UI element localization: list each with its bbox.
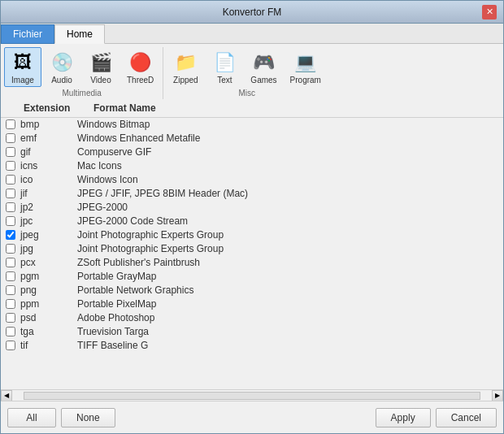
ribbon-group-misc: 📁 Zipped 📄 Text 🎮 Games 💻 Program [163,47,330,99]
text-icon: 📄 [211,50,237,76]
ribbon-btn-games[interactable]: 🎮 Games [245,47,282,87]
row-checkbox[interactable] [6,244,15,254]
row-checkbox-wrapper[interactable] [1,175,17,184]
row-format-name: TIFF Baseline G [74,340,503,351]
row-checkbox[interactable] [6,230,15,240]
ribbon-btn-threed[interactable]: 🔴 ThreeD [121,47,159,87]
row-format-name: Portable Network Graphics [74,284,503,296]
row-checkbox[interactable] [6,299,15,309]
row-checkbox[interactable] [6,202,15,212]
row-checkbox-wrapper[interactable] [1,341,17,350]
table-row[interactable]: emf Windows Enhanced Metafile [1,132,503,145]
row-checkbox[interactable] [6,216,15,226]
row-checkbox-wrapper[interactable] [1,244,17,254]
table-row[interactable]: ico Windows Icon [1,173,503,187]
row-format-name: Portable PixelMap [74,298,503,310]
row-checkbox[interactable] [6,175,15,184]
video-label: Video [90,76,111,85]
table-row[interactable]: jif JPEG / JFIF, JPEG 8BIM Header (Mac) [1,187,503,201]
main-window: Konvertor FM ✕ Fichier Home 🖼 Image 💿 Au… [0,0,504,434]
video-icon: 🎬 [88,50,114,76]
table-row[interactable]: icns Mac Icons [1,159,503,173]
bottom-left-buttons: All None [7,408,115,427]
row-checkbox-wrapper[interactable] [1,313,17,323]
table-row[interactable]: png Portable Network Graphics [1,284,503,297]
row-checkbox[interactable] [6,327,15,336]
row-format-name: ZSoft Publisher's Paintbrush [74,257,503,268]
table-body[interactable]: bmp Windows Bitmap emf Windows Enhanced … [1,118,503,389]
row-extension: tif [17,340,74,351]
apply-button[interactable]: Apply [376,408,431,427]
table-row[interactable]: ppm Portable PixelMap [1,297,503,311]
row-checkbox[interactable] [6,285,15,295]
table-row[interactable]: bmp Windows Bitmap [1,118,503,132]
row-checkbox[interactable] [6,258,15,267]
row-checkbox-wrapper[interactable] [1,271,17,281]
tab-home[interactable]: Home [54,24,105,44]
row-checkbox-wrapper[interactable] [1,147,17,157]
all-button[interactable]: All [7,408,56,427]
table-row[interactable]: jpg Joint Photographic Experts Group [1,242,503,256]
cancel-button[interactable]: Cancel [436,408,497,427]
row-checkbox-wrapper[interactable] [1,161,17,171]
h-scroll-track [24,392,480,400]
ribbon-btn-video[interactable]: 🎬 Video [82,47,119,87]
ribbon-group-multimedia: 🖼 Image 💿 Audio 🎬 Video 🔴 ThreeD [1,47,163,99]
row-checkbox-wrapper[interactable] [1,299,17,309]
table-row[interactable]: jp2 JPEG-2000 [1,201,503,215]
table-row[interactable]: jpc JPEG-2000 Code Stream [1,215,503,228]
row-format-name: JPEG-2000 [74,202,503,213]
row-checkbox[interactable] [6,271,15,281]
row-checkbox-wrapper[interactable] [1,216,17,226]
table-row[interactable]: tif TIFF Baseline G [1,339,503,353]
ribbon-btn-zipped[interactable]: 📁 Zipped [167,47,204,87]
row-checkbox[interactable] [6,161,15,171]
program-icon: 💻 [293,50,319,76]
row-checkbox[interactable] [6,147,15,157]
row-checkbox-wrapper[interactable] [1,327,17,336]
table-row[interactable]: gif Compuserve GIF [1,145,503,159]
row-format-name: Joint Photographic Experts Group [74,243,503,254]
row-format-name: Windows Icon [74,174,503,185]
row-checkbox-wrapper[interactable] [1,258,17,267]
row-extension: png [17,284,74,296]
table-row[interactable]: jpeg Joint Photographic Experts Group [1,228,503,242]
row-checkbox-wrapper[interactable] [1,285,17,295]
row-extension: jpeg [17,229,74,241]
row-checkbox[interactable] [6,189,15,198]
h-scroll-left-btn[interactable]: ◀ [1,390,12,401]
ribbon-btn-image[interactable]: 🖼 Image [4,47,41,87]
close-button[interactable]: ✕ [482,5,497,20]
row-checkbox-wrapper[interactable] [1,133,17,143]
table-row[interactable]: pgm Portable GrayMap [1,270,503,284]
row-extension: jpg [17,243,74,254]
row-checkbox-wrapper[interactable] [1,230,17,240]
row-checkbox[interactable] [6,313,15,323]
misc-group-label: Misc [167,87,327,99]
image-icon: 🖼 [10,50,36,76]
h-scrollbar[interactable]: ◀ ▶ [1,389,503,401]
row-checkbox-wrapper[interactable] [1,202,17,212]
bottom-right-buttons: Apply Cancel [376,408,497,427]
ribbon-btn-text[interactable]: 📄 Text [206,47,243,87]
row-checkbox-wrapper[interactable] [1,119,17,129]
window-title: Konvertor FM [22,7,482,18]
row-checkbox[interactable] [6,119,15,129]
none-button[interactable]: None [61,408,115,427]
row-format-name: Windows Bitmap [74,119,503,130]
tab-fichier[interactable]: Fichier [1,24,54,44]
table-row[interactable]: pcx ZSoft Publisher's Paintbrush [1,256,503,270]
table-row[interactable]: tga Truevision Targa [1,325,503,339]
row-checkbox[interactable] [6,341,15,350]
row-checkbox-wrapper[interactable] [1,189,17,198]
zipped-icon: 📁 [172,50,198,76]
row-extension: bmp [17,119,74,130]
row-extension: tga [17,326,74,337]
table-row[interactable]: psd Adobe Photoshop [1,311,503,325]
threed-icon: 🔴 [128,50,154,76]
ribbon-btn-program[interactable]: 💻 Program [285,47,327,87]
row-format-name: Truevision Targa [74,326,503,337]
ribbon-btn-audio[interactable]: 💿 Audio [43,47,80,87]
h-scroll-right-btn[interactable]: ▶ [492,390,503,401]
row-checkbox[interactable] [6,133,15,143]
